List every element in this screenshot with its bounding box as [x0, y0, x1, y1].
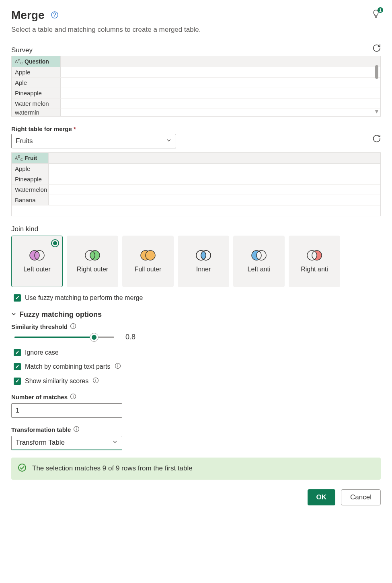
show-scores-label: Show similarity scores [25, 378, 88, 385]
svg-point-33 [76, 427, 77, 428]
transform-table-value: Transform Table [16, 439, 65, 447]
right-cell[interactable]: Banana [12, 195, 49, 205]
right-column-header[interactable]: ABC Fruit [12, 153, 49, 163]
transform-table-label: Transformation table [11, 426, 71, 433]
right-table-label: Right table for merge [11, 125, 72, 132]
svg-point-25 [73, 324, 73, 325]
join-radio-selected-icon [51, 239, 59, 247]
join-inner[interactable]: Inner [178, 236, 229, 287]
success-icon [18, 463, 27, 474]
join-kind-label: Join kind [11, 225, 381, 233]
left-column-header[interactable]: ABC Question [12, 56, 61, 67]
required-asterisk: * [74, 125, 76, 132]
abc-type-icon: ABC [15, 154, 23, 162]
svg-point-31 [73, 395, 73, 395]
svg-point-27 [117, 364, 118, 365]
title-text: Merge [11, 9, 44, 22]
join-left-anti[interactable]: Left anti [233, 236, 285, 287]
svg-point-29 [96, 379, 96, 379]
refresh-right-icon[interactable] [372, 134, 381, 144]
info-icon[interactable] [70, 323, 76, 331]
left-table-name: Survey [11, 46, 33, 54]
num-matches-label: Number of matches [11, 394, 68, 400]
similarity-label: Similarity threshold [11, 323, 68, 330]
join-full-outer[interactable]: Full outer [122, 236, 174, 287]
join-left-outer[interactable]: Left outer [11, 236, 63, 287]
chevron-down-icon [11, 312, 16, 318]
ideas-badge: 1 [378, 7, 383, 13]
scroll-thumb[interactable] [375, 65, 378, 79]
right-cell[interactable]: Apple [12, 164, 49, 174]
svg-point-34 [18, 464, 26, 471]
left-table-preview: ABC Question Apple Aple Pineapple Water … [11, 56, 381, 117]
help-icon[interactable] [51, 9, 59, 22]
svg-point-7 [146, 250, 155, 260]
right-table-select[interactable]: Fruits [11, 134, 176, 148]
left-cell[interactable]: Apple [12, 67, 61, 77]
page-subtitle: Select a table and matching columns to c… [11, 26, 381, 34]
refresh-left-icon[interactable] [372, 43, 381, 54]
show-scores-checkbox[interactable]: ✓ [14, 378, 21, 385]
fuzzy-checkbox[interactable]: ✓ [14, 294, 21, 302]
left-cell[interactable]: Pineapple [12, 88, 61, 98]
num-matches-input[interactable] [11, 403, 122, 418]
abc-type-icon: ABC [15, 58, 23, 65]
ignore-case-label: Ignore case [25, 349, 59, 356]
right-table-select-value: Fruits [16, 137, 33, 145]
join-right-anti[interactable]: Right anti [289, 236, 340, 287]
ok-button[interactable]: OK [308, 489, 336, 505]
fuzzy-checkbox-label: Use fuzzy matching to perform the merge [25, 294, 143, 302]
info-icon[interactable] [73, 426, 80, 433]
info-icon[interactable] [92, 377, 99, 385]
match-status-banner: The selection matches 9 of 9 rows from t… [11, 458, 381, 480]
left-cell[interactable]: Water melon [12, 99, 61, 109]
info-icon[interactable] [115, 363, 121, 371]
svg-point-1 [55, 16, 55, 17]
chevron-down-icon [166, 137, 172, 145]
join-right-outer[interactable]: Right outer [67, 236, 118, 287]
similarity-slider[interactable] [14, 333, 114, 342]
cancel-button[interactable]: Cancel [341, 489, 381, 505]
right-cell[interactable]: Watermelon [12, 185, 49, 195]
similarity-value: 0.8 [125, 333, 135, 341]
chevron-down-icon [112, 439, 118, 447]
scroll-down-icon[interactable]: ▼ [374, 108, 380, 115]
banner-text: The selection matches 9 of 9 rows from t… [32, 464, 193, 472]
scrollbar[interactable]: ▲ ▼ [373, 67, 380, 116]
right-cell[interactable]: Pineapple [12, 174, 49, 184]
transform-table-select[interactable]: Transform Table [11, 436, 122, 450]
combine-parts-label: Match by combining text parts [25, 363, 111, 370]
right-table-preview: ABC Fruit Apple Pineapple Watermelon Ban… [11, 152, 381, 216]
left-cell[interactable]: Aple [12, 78, 61, 88]
page-title: Merge [11, 9, 59, 22]
info-icon[interactable] [70, 393, 76, 401]
fuzzy-options-toggle[interactable]: Fuzzy matching options [11, 310, 381, 319]
ignore-case-checkbox[interactable]: ✓ [14, 349, 21, 356]
ideas-icon[interactable]: 1 [371, 9, 381, 21]
combine-parts-checkbox[interactable]: ✓ [14, 363, 21, 370]
left-cell[interactable]: watermln [12, 109, 61, 116]
slider-thumb[interactable] [90, 333, 99, 342]
